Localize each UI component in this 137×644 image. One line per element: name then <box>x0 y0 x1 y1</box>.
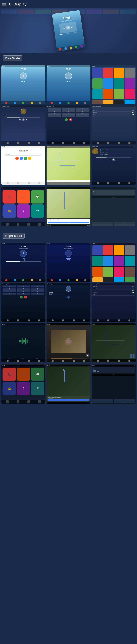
flower-row: Flower › <box>92 116 135 118</box>
night-settings-bottom <box>92 319 136 322</box>
status-bar-5: Bluetooth_Call⚡ <box>46 106 90 108</box>
night-eta-bar: 10:10 ETA 3.0 km <box>46 402 90 404</box>
google-search-bar[interactable]: 🔍 Search... <box>4 153 42 156</box>
food-progress <box>51 358 86 359</box>
night-music-bottom <box>46 319 90 322</box>
header-left: UI Display <box>2 2 26 7</box>
night-status-5: Bluetooth_Music⚡ <box>46 283 90 285</box>
night-bt-controls: ⏮ ⏸ ⏭ <box>48 296 90 299</box>
night-nav-direction-mini: 08:53⚡ ↑ Start on Douglas Road Not Playi… <box>92 364 136 404</box>
night-music-screen-1: 20:08⚡ 20:08 A stunning display of effec… <box>2 243 46 282</box>
night-carplay-apps-grid: 📞 🎵 💬 📻 🎙 🗺 <box>2 366 46 396</box>
night-bottom-2 <box>46 279 90 282</box>
menu-icon[interactable] <box>2 2 7 7</box>
night-nav-route-mini: 09:33⚡ Sunny Coffee Western Restaurant 📍… <box>46 364 90 404</box>
day-mode-section: Day Mode <box>0 53 137 65</box>
night-bt-settings-mini: Bluetooth_Settings⚡ Device name CarBT De… <box>92 283 136 322</box>
night-carplay-mini: 18:54⚡ 📞 🎵 💬 📻 🎙 🗺 <box>2 364 46 404</box>
map-area <box>46 148 90 180</box>
night-call-bottom <box>2 319 46 322</box>
social-bottom-bar <box>92 182 136 185</box>
night-auto-answer-toggle[interactable] <box>132 290 134 291</box>
night-auto-connect-toggle[interactable] <box>132 292 134 293</box>
day-apps-screen: 20:08⚡ <box>92 65 136 104</box>
night-time-2: 20:08 <box>46 246 90 248</box>
night-subtitle-1: A stunning display of effect <box>2 248 46 249</box>
night-carplay-apps-screen: 18:54⚡ 📞 🎵 💬 📻 🎙 🗺 <box>2 364 46 404</box>
night-flower-row: Flower › <box>92 293 135 296</box>
food-bottom <box>46 359 90 362</box>
day-bt-settings-screen: Bluetooth_Settings⚡ Device name CarBT De… <box>92 106 136 145</box>
night-music-screen-2: 20:08⚡ 20:08 A stunning display of effec… <box>46 243 90 282</box>
night-bt-music-screen: Bluetooth_Music⚡ 🎵 Music Title Music Alb… <box>46 283 90 322</box>
night-music-artist: Music Artist <box>49 294 88 295</box>
night-subtitle-2: A stunning display of effect <box>46 248 90 249</box>
status-bar-1: 20:08⚡ <box>2 65 46 67</box>
page-title: UI Display <box>9 2 26 6</box>
restaurant-card: Sunny Coffee Western Restaurant 📍 Addres… <box>47 219 90 224</box>
mini-subtitle-1: A stunning display of effect <box>2 70 46 71</box>
google-shortcuts <box>16 157 31 160</box>
progress-bar-2 <box>51 83 86 83</box>
night-waveform-screen: 17:54⚡ BASSMIDTREBLE <box>2 323 46 362</box>
bottom-bar-6 <box>92 142 136 144</box>
auto-connect-row: Auto connect <box>92 114 135 116</box>
auto-connect-toggle[interactable] <box>132 114 134 115</box>
night-progress-2 <box>51 261 86 262</box>
player-controls-1: ⏮ ⏭ <box>2 80 46 82</box>
night-nav-status: 08:53⚡ <box>92 323 136 325</box>
night-nav-direction-screen: 08:53⚡ ↑ Start on Douglas Road Not Playi… <box>92 364 136 404</box>
bottom-bar-1 <box>2 101 46 104</box>
music-info-day: Music Title Music Album Music Artist <box>2 115 44 117</box>
social-song-list: 华年_付笛声.mp3 华年_付笛声.mp3 华年_付笛声.mp3 <box>99 148 135 156</box>
status-bar-social: SocialMusic⚡ <box>92 146 136 148</box>
day-mode-badge: Day Mode <box>3 56 22 61</box>
bt-controls-day: ⏮ ⏸ ⏭ <box>2 118 44 121</box>
night-screenshots-grid: 20:08⚡ 20:08 A stunning display of effec… <box>0 243 137 364</box>
go-button[interactable]: GO <box>48 222 90 224</box>
music-artist-day: Music Artist <box>4 116 43 117</box>
night-device-name-row: Device name CarBT <box>92 286 135 287</box>
night-go-button[interactable]: GO <box>48 399 90 401</box>
night-nav-route-status: 09:33⚡ <box>46 364 90 366</box>
eta-bar: 10:10 ETA 3.0 km <box>46 224 90 226</box>
night-direction-status: 08:53⚡ <box>92 364 136 366</box>
night-apps-grid <box>92 245 136 282</box>
nav-icon[interactable]: ☰ <box>132 2 135 6</box>
night-status-4: Bluetooth_Call⚡ <box>2 283 46 285</box>
auto-answer-row: Auto answer <box>92 112 135 114</box>
google-logo: Google <box>19 149 28 152</box>
carplay-direction-screen: 08:53⚡ ↑ Start on Douglas Road Not Playi… <box>92 187 136 226</box>
apps-grid-day <box>92 67 136 104</box>
carplay-nav-mini: 09:33⚡ Sunny Coffee Western Restaurant 📍… <box>46 187 90 226</box>
hero-display: 20:08 A stunning display of effect ⏮ ⏸ ⏭ <box>0 8 137 53</box>
night-food-status: 19:35⚡ <box>46 323 90 325</box>
google-bottom-bar <box>2 182 46 185</box>
night-food-mini: 19:35⚡ ▶ <box>46 323 90 362</box>
night-auto-connect-row: Auto connect <box>92 291 135 293</box>
night-nav-screen: 08:53⚡ → ↑ ← ↓ <box>92 323 136 362</box>
day-bt-music-screen: Bluetooth_Music⚡ 🎵 Music Title Music Alb… <box>2 106 46 145</box>
social-mini-screen: SocialMusic⚡ 华年_付笛声.mp3 华年_付笛声.mp3 华年_ <box>92 146 136 185</box>
night-restaurant-name: Sunny Coffee Western Restaurant <box>48 397 90 398</box>
social-controls: ⏮ ⏸ ⏭ <box>92 158 136 161</box>
day-music-2-screen: 20:08⚡ 20:08 A stunning display of effec… <box>46 65 90 104</box>
social-item-2: 华年_付笛声.mp3 <box>100 151 134 154</box>
night-auto-answer-row: Auto answer <box>92 289 135 291</box>
progress-bar-1 <box>6 83 41 83</box>
waveform-visual <box>2 325 46 357</box>
map-bottom-bar <box>46 182 90 185</box>
night-apps-mini: 20:08⚡ <box>92 243 136 282</box>
night-restaurant-card: Sunny Coffee Western Restaurant 📍 Addres… <box>47 396 90 402</box>
night-nav-mini: 08:53⚡ → ↑ ← ↓ <box>92 323 136 362</box>
map-screen: 10:50⚡ 10:10 ETA 3.0 km <box>46 146 90 185</box>
carplay-direction-mini: 08:53⚡ ↑ Start on Douglas Road Not Playi… <box>92 187 136 226</box>
mini-subtitle-2: A stunning display of effect <box>46 70 90 71</box>
status-bar-nav: 09:33⚡ <box>46 187 90 189</box>
album-art-day: 🎵 <box>20 108 26 114</box>
auto-answer-toggle[interactable] <box>132 112 134 113</box>
day-music-screen-1: 20:08⚡ 20:08 A stunning display of effec… <box>2 65 46 104</box>
night-device-pin-row: Device pin 0000 <box>92 287 135 289</box>
night-status-2: 20:08⚡ <box>46 243 90 245</box>
night-music-2-mini: 20:08⚡ 20:08 A stunning display of effec… <box>46 243 90 282</box>
